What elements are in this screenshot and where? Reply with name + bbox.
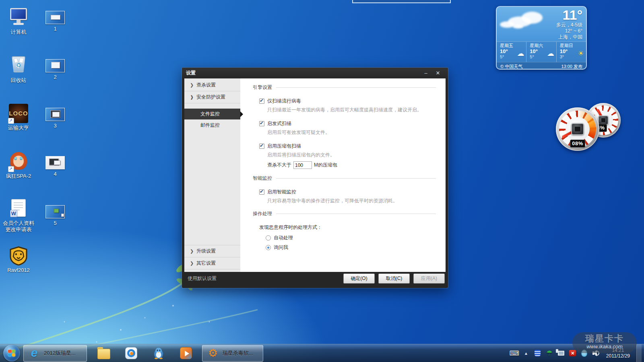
sidebar-item-file-monitor[interactable]: 文件监控 bbox=[184, 109, 240, 119]
cpu-gauge-gadget[interactable]: 08% bbox=[556, 107, 599, 151]
cloudy-icon: ☁ bbox=[547, 49, 554, 58]
desktop-icon-word-document[interactable]: W 会员个人资料 更改申请表 bbox=[0, 199, 37, 233]
option-description: 启用后可有效发现可疑文件。 bbox=[267, 129, 436, 136]
rising-umbrella-icon[interactable]: ☂ bbox=[545, 349, 553, 357]
desktop-icon-label: 会员个人资料 更改申请表 bbox=[0, 220, 37, 233]
chevron-right-icon: ❯ bbox=[190, 249, 196, 254]
screenshot-thumbnail bbox=[45, 11, 65, 24]
smart-monitor-checkbox[interactable] bbox=[259, 189, 264, 195]
archive-scan-checkbox[interactable] bbox=[259, 144, 264, 149]
clock-date: 2011/12/29 bbox=[606, 353, 630, 359]
system-tray: ⌨ ▲ ☂ ✕ 14:21 2011/12/29 bbox=[510, 344, 644, 362]
media-player-icon bbox=[180, 347, 192, 359]
settings-sidebar: ❯ 查杀设置 ❱︎ 安全防护设置 文件监控 邮件监控 ❯ 升级设置 bbox=[184, 78, 240, 272]
desktop-icon-spa-game[interactable]: 疯狂SPA-2 bbox=[0, 152, 37, 179]
section-action-handling: 操作处理 发现恶意程序时的处理方式： 自动处理 询问我 bbox=[253, 210, 436, 251]
volume-icon[interactable] bbox=[592, 349, 600, 357]
weather-published-time: 13:00 发布 bbox=[561, 64, 582, 70]
ok-button[interactable]: 确定(O) bbox=[343, 274, 375, 284]
start-button[interactable] bbox=[3, 345, 20, 362]
chevron-down-icon: ❱︎ bbox=[190, 95, 196, 100]
heuristic-scan-checkbox[interactable] bbox=[259, 121, 264, 126]
desktop-icon-screenshot-4[interactable]: 4 bbox=[37, 156, 74, 177]
show-desktop-button[interactable] bbox=[636, 344, 642, 362]
forecast-day-saturday: 星期六 10° 5° ☁ bbox=[526, 42, 556, 62]
input-method-keyboard-icon[interactable]: ⌨ bbox=[510, 349, 518, 357]
show-hidden-icons-button[interactable]: ▲ bbox=[522, 349, 530, 357]
desktop-icon-computer[interactable]: 计算机 bbox=[0, 7, 37, 35]
ask-me-radio[interactable] bbox=[266, 245, 271, 250]
desktop-icon-screenshot-1[interactable]: 1 bbox=[37, 11, 74, 32]
forecast-day-sunday: 星期日 10° 3° ☀ bbox=[556, 42, 586, 62]
use-default-settings-link[interactable]: 使用默认设置 bbox=[188, 275, 340, 282]
rising-firewall-icon[interactable] bbox=[534, 349, 542, 357]
gear-icon: ⚙ bbox=[206, 347, 219, 360]
option-smart-monitor: 启用智能监控 只对容易导致中毒的操作进行监控，可降低平时的资源消耗。 bbox=[259, 189, 436, 204]
dialog-titlebar[interactable]: 设置 – ✕ bbox=[182, 68, 448, 78]
computer-icon bbox=[9, 8, 28, 27]
desktop-icon-screenshot-5[interactable]: 5 bbox=[37, 205, 74, 226]
weather-gadget[interactable]: 11° 多云，4-5级 12° ~ 6° 上海，中国 星期五 10° 5° ☁ … bbox=[496, 6, 587, 70]
shortcut-arrow-icon bbox=[8, 166, 14, 172]
current-temp: 11° bbox=[556, 8, 582, 22]
apply-button[interactable]: 应用(A) bbox=[413, 274, 445, 284]
desktop-icon-screenshot-2[interactable]: 2 bbox=[37, 59, 74, 80]
dialog-title: 设置 bbox=[186, 70, 420, 76]
desktop-icon-label: 3 bbox=[37, 123, 74, 129]
desktop-icon-label: 4 bbox=[37, 171, 74, 177]
malware-action-prompt: 发现恶意程序时的处理方式： bbox=[259, 224, 436, 231]
close-button[interactable]: ✕ bbox=[432, 70, 444, 77]
desktop-icon-screenshot-3[interactable]: 3 bbox=[37, 108, 74, 129]
sidebar-item-scan-settings[interactable]: ❯ 查杀设置 bbox=[184, 79, 240, 91]
desktop-icon-label: 疯狂SPA-2 bbox=[0, 173, 37, 179]
network-icon[interactable] bbox=[557, 349, 565, 357]
sidebar-item-other-settings[interactable]: ❯ 其它设置 bbox=[184, 257, 240, 269]
option-archive-scan: 启用压缩包扫描 启用后将扫描压缩包内的文件。 查杀不大于 M的压缩包 bbox=[259, 143, 436, 169]
option-heuristic-scan: 启发式扫描 启用后可有效发现可疑文件。 bbox=[259, 120, 436, 136]
task-button-ie-rising[interactable]: e 2012版瑞星... bbox=[23, 345, 87, 362]
screenshot-thumbnail bbox=[45, 59, 65, 72]
shortcut-arrow-icon bbox=[8, 118, 14, 124]
screenshot-thumbnail bbox=[45, 156, 65, 169]
section-title: 引擎设置 bbox=[253, 84, 272, 91]
tray-clock[interactable]: 14:21 2011/12/29 bbox=[604, 348, 632, 359]
sunny-icon: ☀ bbox=[578, 49, 584, 58]
qq-doctor-icon[interactable] bbox=[580, 349, 588, 357]
sidebar-item-security-settings[interactable]: ❱︎ 安全防护设置 bbox=[184, 91, 240, 103]
weather-condition: 多云，4-5级 bbox=[556, 22, 582, 28]
taskbar-qq-button[interactable] bbox=[148, 345, 169, 362]
weather-location: 上海，中国 bbox=[556, 34, 582, 40]
clock-time: 14:21 bbox=[606, 348, 630, 353]
internet-explorer-icon: e bbox=[28, 347, 41, 360]
task-button-rising-settings[interactable]: ⚙ 瑞星杀毒软... bbox=[202, 345, 263, 362]
settings-content: 引擎设置 仅扫描流行病毒 只扫描最近一年发现的病毒，启用后可大幅度提高扫描速度，… bbox=[240, 78, 446, 272]
sidebar-item-upgrade-settings[interactable]: ❯ 升级设置 bbox=[184, 245, 240, 257]
popular-virus-checkbox[interactable] bbox=[259, 99, 264, 104]
section-engine-settings: 引擎设置 仅扫描流行病毒 只扫描最近一年发现的病毒，启用后可大幅度提高扫描速度，… bbox=[253, 84, 436, 169]
sidebar-item-mail-monitor[interactable]: 邮件监控 bbox=[184, 119, 240, 131]
desktop-icon-rising-av[interactable]: Ravf2012 bbox=[0, 246, 37, 274]
minimize-button[interactable]: – bbox=[420, 70, 432, 77]
taskbar-wmp-button[interactable] bbox=[175, 345, 196, 362]
taskbar-pps-player-button[interactable] bbox=[121, 345, 142, 362]
desktop-icon-loco-game[interactable]: LOCO 运输大亨 bbox=[0, 104, 37, 131]
chevron-right-icon: ❯ bbox=[190, 261, 196, 266]
chevron-right-icon: ❯ bbox=[190, 82, 196, 88]
watermark-title: 瑞星卡卡 bbox=[572, 334, 637, 343]
taskbar-explorer-button[interactable] bbox=[93, 345, 114, 362]
desktop-icon-label: Ravf2012 bbox=[0, 267, 37, 274]
temp-range: 12° ~ 6° bbox=[556, 28, 582, 34]
auto-handle-radio[interactable] bbox=[266, 235, 271, 241]
option-description: 只扫描最近一年发现的病毒，启用后可大幅度提高扫描速度，建议开启。 bbox=[267, 107, 436, 113]
security-alert-icon[interactable]: ✕ bbox=[569, 349, 577, 357]
word-document-icon: W bbox=[9, 199, 28, 218]
desktop-icon-recycle-bin[interactable]: ♻ 回收站 bbox=[0, 56, 37, 84]
archive-size-input[interactable] bbox=[293, 161, 312, 169]
screenshot-thumbnail bbox=[45, 205, 65, 218]
rising-lion-shield-icon bbox=[9, 246, 28, 265]
cancel-button[interactable]: 取消(C) bbox=[378, 274, 410, 284]
cloudy-icon: ☁ bbox=[517, 49, 524, 58]
archive-size-prefix: 查杀不大于 bbox=[267, 162, 291, 169]
option-popular-virus: 仅扫描流行病毒 只扫描最近一年发现的病毒，启用后可大幅度提高扫描速度，建议开启。 bbox=[259, 98, 436, 113]
offscreen-window-edge[interactable] bbox=[352, 0, 451, 3]
